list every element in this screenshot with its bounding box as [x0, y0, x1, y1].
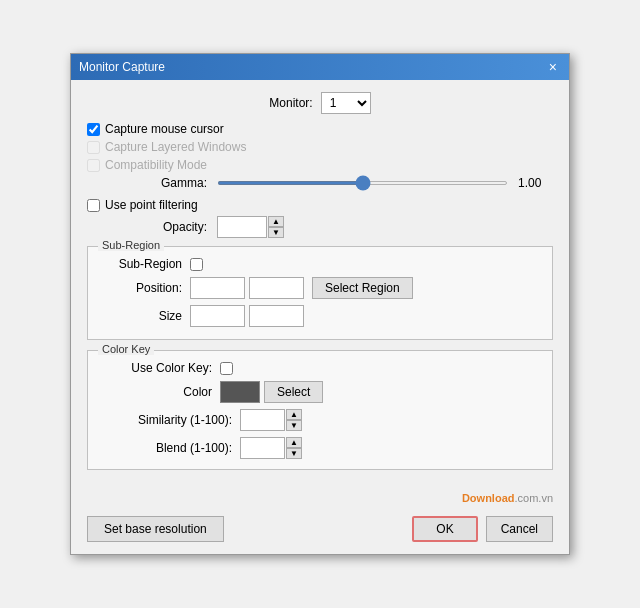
set-base-resolution-button[interactable]: Set base resolution: [87, 516, 224, 542]
capture-layered-row: Capture Layered Windows: [87, 140, 553, 154]
opacity-row: Opacity: 100 ▲ ▼: [87, 216, 553, 238]
use-color-key-row: Use Color Key:: [102, 361, 538, 375]
monitor-select[interactable]: 1: [321, 92, 371, 114]
capture-mouse-label: Capture mouse cursor: [105, 122, 224, 136]
footer-right: OK Cancel: [412, 516, 553, 542]
capture-mouse-checkbox[interactable]: [87, 123, 100, 136]
sub-region-checkbox[interactable]: [190, 258, 203, 271]
gamma-slider[interactable]: [217, 181, 508, 185]
gamma-row: Gamma: 1.00: [87, 176, 553, 190]
compatibility-label: Compatibility Mode: [105, 158, 207, 172]
color-key-checkbox[interactable]: [220, 362, 233, 375]
compatibility-checkbox[interactable]: [87, 159, 100, 172]
watermark-area: Download.com.vn: [71, 492, 569, 508]
dialog-content: Monitor: 1 Capture mouse cursor Capture …: [71, 80, 569, 492]
gamma-label: Gamma:: [87, 176, 207, 190]
opacity-spin: ▲ ▼: [268, 216, 284, 238]
size-row: Size 1366 768: [102, 305, 538, 327]
watermark-dl: Download: [462, 492, 515, 504]
color-swatch[interactable]: [220, 381, 260, 403]
blend-input[interactable]: 0: [240, 437, 285, 459]
color-key-title: Color Key: [98, 343, 154, 355]
blend-down-btn[interactable]: ▼: [286, 448, 302, 459]
color-label: Color: [102, 385, 212, 399]
position-row: Position: 0 0 Select Region: [102, 277, 538, 299]
title-bar: Monitor Capture ×: [71, 54, 569, 80]
monitor-capture-dialog: Monitor Capture × Monitor: 1 Capture mou…: [70, 53, 570, 555]
point-filtering-label: Use point filtering: [105, 198, 198, 212]
select-color-button[interactable]: Select: [264, 381, 323, 403]
monitor-row: Monitor: 1: [87, 92, 553, 114]
similarity-input[interactable]: 10: [240, 409, 285, 431]
point-filtering-row: Use point filtering: [87, 198, 553, 212]
position-x-input[interactable]: 0: [190, 277, 245, 299]
capture-layered-label: Capture Layered Windows: [105, 140, 246, 154]
close-button[interactable]: ×: [545, 60, 561, 74]
watermark: Download.com.vn: [462, 492, 553, 504]
watermark-rest: .com.vn: [514, 492, 553, 504]
size-height-input[interactable]: 768: [249, 305, 304, 327]
select-region-button[interactable]: Select Region: [312, 277, 413, 299]
dialog-title: Monitor Capture: [79, 60, 165, 74]
opacity-input[interactable]: 100: [217, 216, 267, 238]
similarity-down-btn[interactable]: ▼: [286, 420, 302, 431]
blend-spin: ▲ ▼: [286, 437, 302, 459]
capture-mouse-row: Capture mouse cursor: [87, 122, 553, 136]
blend-up-btn[interactable]: ▲: [286, 437, 302, 448]
subregion-label: Sub-Region: [102, 257, 182, 271]
opacity-down-btn[interactable]: ▼: [268, 227, 284, 238]
position-label: Position:: [102, 281, 182, 295]
blend-row: Blend (1-100): 0 ▲ ▼: [102, 437, 538, 459]
compatibility-row: Compatibility Mode: [87, 158, 553, 172]
size-label: Size: [102, 309, 182, 323]
subregion-checkbox-row: Sub-Region: [102, 257, 538, 271]
cancel-button[interactable]: Cancel: [486, 516, 553, 542]
ok-button[interactable]: OK: [412, 516, 477, 542]
point-filtering-checkbox[interactable]: [87, 199, 100, 212]
similarity-up-btn[interactable]: ▲: [286, 409, 302, 420]
color-key-section: Color Key Use Color Key: Color Select Si…: [87, 350, 553, 470]
similarity-spin: ▲ ▼: [286, 409, 302, 431]
sub-region-section: Sub-Region Sub-Region Position: 0 0 Sele…: [87, 246, 553, 340]
similarity-label: Similarity (1-100):: [102, 413, 232, 427]
opacity-label: Opacity:: [87, 220, 207, 234]
gamma-value: 1.00: [518, 176, 553, 190]
size-width-input[interactable]: 1366: [190, 305, 245, 327]
position-y-input[interactable]: 0: [249, 277, 304, 299]
blend-label: Blend (1-100):: [102, 441, 232, 455]
sub-region-title: Sub-Region: [98, 239, 164, 251]
dialog-footer: Set base resolution OK Cancel: [71, 508, 569, 554]
opacity-up-btn[interactable]: ▲: [268, 216, 284, 227]
color-swatch-row: Color Select: [102, 381, 538, 403]
monitor-label: Monitor:: [269, 96, 312, 110]
similarity-row: Similarity (1-100): 10 ▲ ▼: [102, 409, 538, 431]
use-color-key-label: Use Color Key:: [102, 361, 212, 375]
capture-layered-checkbox[interactable]: [87, 141, 100, 154]
